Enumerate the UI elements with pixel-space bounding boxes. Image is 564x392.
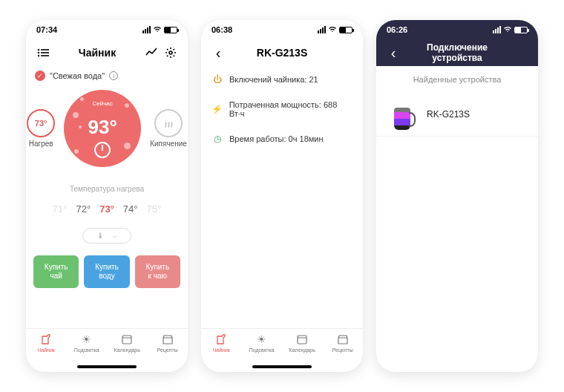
tab-label: Рецепты: [157, 347, 178, 353]
buy-for-tea-button[interactable]: Купить к чаю: [135, 255, 180, 288]
header: ‹ RK-G213S: [201, 39, 363, 66]
buy-row: Купить чай Купить воду Купить к чаю: [26, 244, 188, 288]
heat-temp: 73°: [35, 119, 47, 128]
steam-icon: [154, 109, 183, 137]
chart-button[interactable]: [142, 43, 161, 62]
temp-option-active[interactable]: 73°: [99, 203, 114, 215]
signal-icon: [493, 26, 501, 33]
tab-label: Подсветка: [249, 347, 275, 353]
power-icon[interactable]: [94, 142, 111, 158]
svg-point-6: [169, 51, 172, 54]
home-indicator[interactable]: [252, 365, 312, 368]
svg-rect-1: [41, 49, 49, 50]
temp-option[interactable]: 71°: [53, 203, 68, 215]
tab-calendar[interactable]: Календарь: [107, 329, 148, 356]
back-button[interactable]: ‹: [384, 43, 403, 62]
device-image: [387, 99, 418, 130]
status-time: 07:34: [36, 25, 57, 34]
stat-text: Потраченная мощность: 688 Вт·ч: [229, 100, 352, 118]
tab-label: Подсветка: [74, 347, 99, 353]
header: Чайник: [26, 39, 188, 66]
wifi-icon: [153, 25, 162, 34]
battery-icon: [339, 27, 352, 33]
stat-energy: ⚡ Потраченная мощность: 688 Вт·ч: [201, 93, 363, 125]
fresh-water-row[interactable]: ✓ "Свежая вода" i: [26, 66, 188, 85]
tab-kettle[interactable]: Чайник: [26, 329, 67, 356]
temp-option[interactable]: 74°: [123, 203, 138, 215]
sun-icon: ☀: [80, 333, 94, 346]
tab-kettle[interactable]: Чайник: [201, 329, 242, 356]
kettle-icon: [214, 333, 228, 346]
clock-icon: ◷: [212, 133, 223, 145]
thermometer-icon: 🌡: [96, 231, 105, 241]
tab-light[interactable]: ☀ Подсветка: [67, 329, 108, 356]
tea-icon: ⌣: [112, 231, 117, 241]
tab-recipes[interactable]: Рецепты: [323, 329, 364, 356]
svg-rect-9: [298, 336, 306, 344]
heat-label: Нагрев: [29, 140, 53, 148]
tab-label: Календарь: [289, 347, 315, 353]
status-time: 06:26: [387, 25, 407, 34]
buy-water-button[interactable]: Купить воду: [84, 255, 129, 288]
info-icon[interactable]: i: [109, 71, 118, 80]
boil-mode[interactable]: Кипячение: [150, 109, 187, 148]
svg-rect-3: [41, 52, 49, 53]
header-spacer: [511, 43, 531, 62]
phone-kettle-main: 07:34 Чайник ✓ "Свежая вода" i: [26, 20, 188, 372]
temp-option[interactable]: 72°: [76, 203, 91, 215]
back-button[interactable]: ‹: [209, 43, 228, 62]
tab-calendar[interactable]: Календарь: [282, 329, 323, 356]
check-icon: ✓: [35, 71, 45, 81]
svg-point-0: [38, 49, 39, 50]
status-bar: 06:26: [376, 20, 538, 39]
store-icon: [161, 333, 174, 346]
main-dial[interactable]: Сейчас 93°: [64, 90, 141, 167]
temp-option[interactable]: 75°: [147, 203, 162, 215]
main-content: ✓ "Свежая вода" i 73° Нагрев Сейчас 93°: [26, 66, 188, 372]
status-time: 06:38: [212, 25, 232, 34]
home-indicator[interactable]: [77, 365, 137, 368]
temperature-picker[interactable]: 71° 72° 73° 74° 75°: [26, 203, 188, 215]
signal-icon: [142, 26, 151, 33]
wifi-icon: [328, 25, 337, 34]
phone-pairing: 06:26 ‹ Подключение устройства Найденные…: [376, 20, 538, 372]
phone-stats: 06:38 ‹ RK-G213S ⏻ Включений чайника: 21…: [201, 20, 363, 372]
store-icon: [336, 333, 350, 346]
bolt-icon: ⚡: [212, 103, 223, 115]
power-icon: ⏻: [212, 74, 223, 85]
tab-label: Чайник: [38, 347, 55, 353]
tab-label: Чайник: [213, 347, 230, 353]
pairing-content: Найденные устройства RK-G213S: [376, 66, 538, 372]
header-spacer: [336, 43, 355, 62]
svg-point-4: [38, 55, 39, 56]
signal-icon: [318, 26, 326, 33]
sun-icon: ☀: [255, 333, 269, 346]
svg-point-2: [38, 52, 39, 53]
calendar-icon: [120, 333, 134, 346]
current-temp: 93°: [88, 116, 117, 139]
now-label: Сейчас: [93, 100, 113, 107]
fresh-water-label: "Свежая вода": [50, 71, 105, 80]
page-title: RK-G213S: [228, 47, 336, 59]
section-label: Температура нагрева: [26, 185, 188, 193]
header: ‹ Подключение устройства: [376, 39, 538, 66]
tab-bar: Чайник ☀ Подсветка Календарь Рецепты: [201, 328, 363, 365]
device-name: RK-G213S: [427, 109, 470, 120]
status-bar: 07:34: [26, 20, 188, 39]
svg-rect-5: [41, 55, 49, 56]
settings-button[interactable]: [161, 43, 180, 62]
stat-power-on: ⏻ Включений чайника: 21: [201, 66, 363, 93]
device-row[interactable]: RK-G213S: [376, 93, 538, 137]
wifi-icon: [503, 25, 512, 34]
tab-bar: Чайник ☀ Подсветка Календарь Рецепты: [26, 328, 188, 365]
status-icons: [318, 25, 352, 34]
mode-chips[interactable]: 🌡 ⌣: [26, 228, 188, 244]
found-devices-label: Найденные устройства: [376, 66, 538, 93]
tab-light[interactable]: ☀ Подсветка: [242, 329, 283, 356]
tab-label: Рецепты: [332, 347, 353, 353]
tab-recipes[interactable]: Рецепты: [148, 329, 188, 356]
heat-mode[interactable]: 73° Нагрев: [27, 109, 55, 148]
status-bar: 06:38: [201, 20, 363, 39]
menu-button[interactable]: [33, 43, 53, 62]
buy-tea-button[interactable]: Купить чай: [33, 255, 79, 288]
